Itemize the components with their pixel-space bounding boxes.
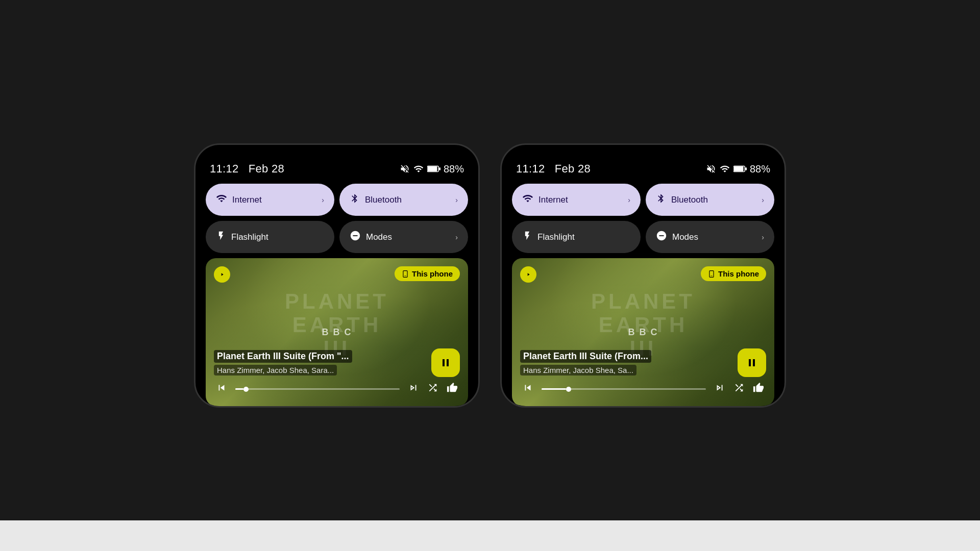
quick-tiles-right: Internet › Bluetooth › (512, 184, 774, 258)
date-right: Feb 28 (555, 162, 591, 175)
time-left: 11:12 (210, 162, 239, 175)
tiles-row1-right: Internet › Bluetooth › (512, 184, 774, 216)
next-button-right[interactable] (714, 382, 725, 396)
flashlight-icon-right (522, 230, 532, 244)
time-date-right: 11:12 Feb 28 (516, 162, 591, 176)
media-controls-right (520, 377, 766, 398)
bluetooth-chevron-right: › (762, 196, 764, 204)
bluetooth-icon-left (350, 193, 360, 207)
tile-bluetooth-left[interactable]: Bluetooth › (339, 184, 468, 216)
media-text-right: Planet Earth III Suite (From... Hans Zim… (520, 350, 732, 375)
tile-modes-left[interactable]: Modes › (339, 221, 468, 253)
like-button-left[interactable] (447, 382, 458, 396)
time-right: 11:12 (516, 162, 545, 175)
white-bottom-bar (0, 520, 980, 551)
shuffle-button-right[interactable] (733, 382, 745, 396)
status-icons-left: 88% (400, 163, 464, 175)
progress-bar-left[interactable] (235, 388, 400, 390)
battery-icon-left (427, 164, 440, 173)
media-text-left: Planet Earth III Suite (From "... Hans Z… (214, 350, 426, 375)
internet-label-left: Internet (232, 195, 316, 205)
status-bar-right: 11:12 Feb 28 88% (512, 155, 774, 184)
svg-rect-7 (734, 166, 744, 171)
media-top-row-right: This phone (520, 266, 766, 283)
quick-tiles-left: Internet › Bluetooth › (206, 184, 468, 258)
svg-rect-8 (745, 167, 747, 170)
like-button-right[interactable] (753, 382, 764, 396)
internet-chevron-right: › (628, 196, 630, 204)
bluetooth-icon-right (656, 193, 666, 207)
media-title-left: Planet Earth III Suite (From "... (214, 350, 352, 363)
tiles-row1-left: Internet › Bluetooth › (206, 184, 468, 216)
media-top-row-left: This phone (214, 266, 460, 283)
modes-label-left: Modes (366, 232, 450, 242)
media-content-left: This phone Planet Earth III Suite (From … (206, 258, 468, 406)
internet-icon-right (522, 193, 533, 207)
this-phone-badge-right: This phone (701, 266, 766, 281)
play-indicator-right (520, 266, 536, 283)
status-icons-right: 88% (706, 163, 770, 175)
modes-icon-right (656, 230, 667, 244)
progress-thumb-right (566, 387, 571, 392)
wifi-icon-right (719, 164, 730, 174)
internet-chevron-left: › (322, 196, 324, 204)
prev-button-left[interactable] (216, 382, 227, 396)
page-wrapper: 11:12 Feb 28 (0, 0, 980, 551)
time-date-left: 11:12 Feb 28 (210, 162, 284, 176)
modes-icon-left (350, 230, 361, 244)
modes-chevron-right: › (762, 233, 764, 241)
battery-icon-right (733, 164, 747, 173)
progress-bar-right[interactable] (542, 388, 706, 390)
progress-thumb-left (243, 387, 249, 392)
status-bar-left: 11:12 Feb 28 (206, 155, 468, 184)
tile-flashlight-right[interactable]: Flashlight (512, 221, 641, 253)
media-subtitle-left: Hans Zimmer, Jacob Shea, Sara... (214, 365, 337, 375)
media-content-right: This phone Planet Earth III Suite (From.… (512, 258, 774, 406)
svg-rect-1 (428, 166, 437, 171)
svg-rect-11 (710, 276, 713, 276)
date-left: Feb 28 (249, 162, 284, 175)
modes-label-right: Modes (672, 232, 756, 242)
prev-button-right[interactable] (522, 382, 533, 396)
svg-rect-10 (709, 270, 714, 277)
media-info-row-right: Planet Earth III Suite (From... Hans Zim… (520, 348, 766, 377)
flashlight-icon-left (216, 230, 226, 244)
bluetooth-chevron-left: › (455, 196, 458, 204)
progress-fill-left (235, 388, 243, 390)
phone-right: 11:12 Feb 28 88% (500, 143, 786, 408)
internet-icon-left (216, 193, 227, 207)
media-subtitle-right: Hans Zimmer, Jacob Shea, Sa... (520, 365, 636, 375)
tiles-row2-left: Flashlight Modes › (206, 221, 468, 253)
shuffle-button-left[interactable] (427, 382, 438, 396)
tile-modes-right[interactable]: Modes › (646, 221, 774, 253)
tile-flashlight-left[interactable]: Flashlight (206, 221, 334, 253)
internet-label-right: Internet (538, 195, 623, 205)
bluetooth-label-right: Bluetooth (671, 195, 756, 205)
svg-rect-4 (403, 270, 407, 277)
media-title-right: Planet Earth III Suite (From... (520, 350, 651, 363)
media-card-right: PLANETEARTHIII B B C (512, 258, 774, 406)
phones-container: 11:12 Feb 28 (194, 143, 786, 408)
flashlight-label-left: Flashlight (231, 232, 324, 242)
battery-text-right: 88% (750, 163, 770, 175)
this-phone-badge-left: This phone (395, 266, 460, 281)
tile-internet-left[interactable]: Internet › (206, 184, 334, 216)
battery-text-left: 88% (444, 163, 464, 175)
tile-internet-right[interactable]: Internet › (512, 184, 641, 216)
this-phone-text-left: This phone (412, 269, 453, 278)
pause-button-left[interactable] (431, 348, 460, 377)
media-info-row-left: Planet Earth III Suite (From "... Hans Z… (214, 348, 460, 377)
media-card-left: PLANETEARTHIII B B C (206, 258, 468, 406)
this-phone-text-right: This phone (718, 269, 759, 278)
tile-bluetooth-right[interactable]: Bluetooth › (646, 184, 774, 216)
bluetooth-label-left: Bluetooth (365, 195, 450, 205)
svg-rect-2 (439, 167, 440, 170)
pause-button-right[interactable] (738, 348, 766, 377)
modes-chevron-left: › (455, 233, 458, 241)
next-button-left[interactable] (408, 382, 419, 396)
mute-icon-left (400, 164, 410, 174)
wifi-icon-left (413, 164, 424, 174)
play-indicator-left (214, 266, 230, 283)
phone-left: 11:12 Feb 28 (194, 143, 480, 408)
svg-rect-5 (404, 276, 406, 276)
